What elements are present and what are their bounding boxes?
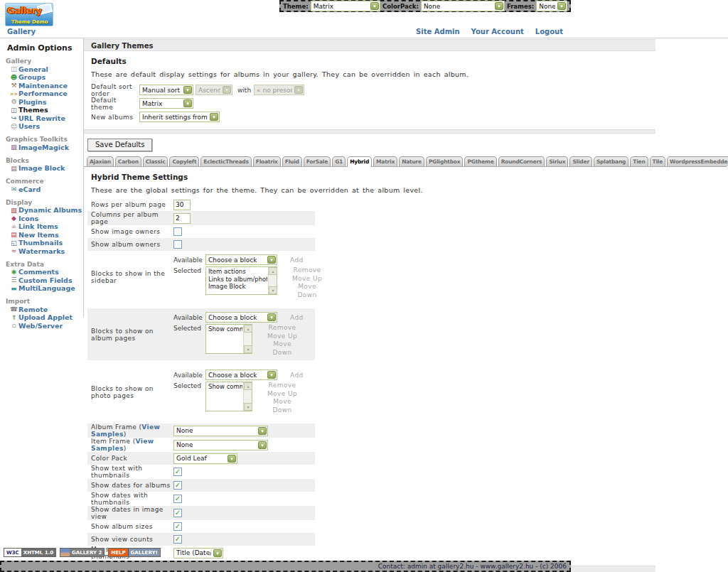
save-defaults-button[interactable]: Save Defaults xyxy=(87,139,152,151)
item-frame-select[interactable]: None ▾ xyxy=(173,440,268,450)
show-album-sizes-checkbox[interactable]: ✓ xyxy=(173,522,182,531)
cols-per-page-row: Columns per album page xyxy=(87,211,315,225)
tab-matrix[interactable]: Matrix xyxy=(373,156,397,166)
sidebar-item-icons[interactable]: ◆Icons xyxy=(0,215,83,223)
tab-wordpressembedded[interactable]: WordpressEmbedded xyxy=(667,156,728,166)
blocks-album-available-select[interactable]: Choose a block ▾ xyxy=(205,312,277,323)
tab-roundcorners[interactable]: RoundCorners xyxy=(498,156,545,166)
sidebar-item-comments[interactable]: ✱Comments xyxy=(0,269,83,277)
tab-splatbang[interactable]: Splatbang xyxy=(594,156,628,166)
tab-pgtheme[interactable]: PGtheme xyxy=(464,156,496,166)
list-option[interactable]: Show comments xyxy=(207,383,242,391)
cols-per-page-input[interactable] xyxy=(173,213,191,224)
sidebar-item-maintenance[interactable]: ⚒Maintenance xyxy=(0,82,83,90)
show-image-owners-checkbox[interactable] xyxy=(173,227,182,236)
show-dates-image-checkbox[interactable]: ✓ xyxy=(173,509,182,517)
show-album-owners-checkbox[interactable] xyxy=(173,240,182,249)
default-theme-select[interactable]: Matrix ▾ xyxy=(139,98,193,109)
sidebar-item-groups[interactable]: ☻Groups xyxy=(0,74,83,82)
sidebar-item-link-items[interactable]: ∞Link Items xyxy=(0,223,83,232)
sidebar-item-watermarks[interactable]: ≈Watermarks xyxy=(0,247,83,256)
blocks-album-label: Blocks to show on album pages xyxy=(87,328,173,342)
breadcrumb-gallery-link[interactable]: Gallery xyxy=(7,28,36,36)
album-frame-select[interactable]: None ▾ xyxy=(173,426,268,436)
remote-icon: ☎ xyxy=(9,306,18,313)
tab-ajaxian[interactable]: Ajaxian xyxy=(87,156,114,166)
header-link[interactable]: Site Admin xyxy=(416,28,460,36)
scroll-down-icon[interactable]: ▾ xyxy=(244,345,252,353)
blocks-album-selected-list[interactable]: Show comments ▴ ▾ xyxy=(205,324,252,354)
sidebar-item-multilanguage[interactable]: ▬MultiLanguage xyxy=(0,285,83,293)
tab-pglightbox[interactable]: PGlightbox xyxy=(426,156,463,166)
scroll-down-icon[interactable]: ▾ xyxy=(269,286,277,294)
header-link[interactable]: Your Account xyxy=(471,28,524,36)
sidebar-item-users[interactable]: ☺Users xyxy=(0,123,83,131)
theme-select[interactable]: Matrix ▾ xyxy=(311,1,380,11)
tab-carbon[interactable]: Carbon xyxy=(115,156,141,166)
show-dates-thumbs-checkbox[interactable]: ✓ xyxy=(173,495,182,503)
scrollbar[interactable]: ▴ ▾ xyxy=(243,382,252,411)
show-album-owners-row: Show album owners xyxy=(87,238,315,251)
sidebar-item-new-items[interactable]: ▤New Items xyxy=(0,231,83,239)
tab-hybrid[interactable]: Hybrid xyxy=(347,156,372,167)
sidebar-item-label: Users xyxy=(18,122,40,130)
color-pack-select[interactable]: Gold Leaf ▾ xyxy=(173,453,237,464)
sidebar-item-dynamic-albums[interactable]: ▧Dynamic Albums xyxy=(0,207,83,215)
scroll-up-icon[interactable]: ▴ xyxy=(244,382,252,390)
tab-slider[interactable]: Slider xyxy=(569,156,592,166)
scrollbar[interactable]: ▴ ▾ xyxy=(268,267,277,294)
blocks-sidebar-available-select[interactable]: Choose a block ▾ xyxy=(205,254,277,265)
list-option[interactable]: Show comments xyxy=(207,325,242,333)
sidebar-item-remote[interactable]: ☎Remote xyxy=(0,306,83,314)
show-view-counts-checkbox[interactable]: ✓ xyxy=(173,535,182,544)
tab-tile[interactable]: Tile xyxy=(650,156,666,166)
sidebar-item-ecard[interactable]: ✉eCard xyxy=(0,185,83,194)
header-link[interactable]: Logout xyxy=(535,28,563,36)
list-option[interactable]: Item actions xyxy=(207,268,267,276)
tab-nature[interactable]: Nature xyxy=(399,156,424,166)
scroll-down-icon[interactable]: ▾ xyxy=(244,403,252,411)
tab-forsale[interactable]: ForSale xyxy=(304,156,331,166)
blocks-sidebar-selected-list[interactable]: Item actionsLinks to album/photo peersIm… xyxy=(205,266,277,295)
mouseover-select[interactable]: Title (Date/Time) ▾ xyxy=(173,548,223,558)
show-dates-albums-row: Show dates for albums ✓ xyxy=(87,479,315,492)
show-dates-albums-checkbox[interactable]: ✓ xyxy=(173,481,182,490)
blocks-photo-selected-list[interactable]: Show comments ▴ ▾ xyxy=(205,382,252,411)
tab-fluid[interactable]: Fluid xyxy=(282,156,302,166)
list-option[interactable]: Image Block xyxy=(207,283,267,291)
w3c-xhtml-badge[interactable]: W3C XHTML 1.0 xyxy=(4,548,56,557)
tab-eclecticthreads[interactable]: EclecticThreads xyxy=(200,156,251,166)
sidebar-item-imagemagick[interactable]: ▨ImageMagick xyxy=(0,144,83,152)
sidebar-item-url-rewrite[interactable]: ↪URL Rewrite xyxy=(0,114,83,123)
sidebar-item-general[interactable]: ◫General xyxy=(0,65,83,74)
tab-g1[interactable]: G1 xyxy=(332,156,346,166)
list-option[interactable]: Links to album/photo peers xyxy=(207,276,267,284)
sidebar-item-upload-applet[interactable]: ⇑Upload Applet xyxy=(0,314,83,323)
tab-tien[interactable]: Tien xyxy=(630,156,648,166)
gallery-logo[interactable]: Gallery Theme Demo xyxy=(5,3,53,26)
rows-per-page-input[interactable] xyxy=(173,200,191,210)
tab-copyleft[interactable]: Copyleft xyxy=(169,156,199,166)
sidebar-item-web-server[interactable]: ▫Web/Server xyxy=(0,322,83,330)
tab-classic[interactable]: Classic xyxy=(143,156,168,166)
show-text-thumbs-checkbox[interactable]: ✓ xyxy=(173,468,182,476)
frames-select[interactable]: None ▾ xyxy=(536,1,567,11)
footer-contact-text: Contact: admin at gallery2.hu - www.gall… xyxy=(378,563,567,570)
sidebar-item-performance[interactable]: »»Performance xyxy=(0,90,83,99)
scroll-up-icon[interactable]: ▴ xyxy=(269,267,277,275)
tab-siriux[interactable]: Siriux xyxy=(546,156,568,166)
scrollbar[interactable]: ▴ ▾ xyxy=(243,325,252,353)
new-albums-select[interactable]: Inherit settings from parent album ▾ xyxy=(139,112,220,122)
sidebar-item-themes[interactable]: ◫Themes xyxy=(0,107,83,115)
sidebar-item-plugins[interactable]: ⚙Plugins xyxy=(0,98,83,107)
gallery2-badge[interactable]: GALLERY 2 xyxy=(60,548,105,557)
sidebar-item-custom-fields[interactable]: ☰Custom Fields xyxy=(0,276,83,285)
sort-order-select[interactable]: Manual sort order ▾ xyxy=(139,85,193,95)
tab-floatrix[interactable]: Floatrix xyxy=(253,156,281,166)
blocks-photo-available-select[interactable]: Choose a block ▾ xyxy=(205,369,277,380)
help-gallery-badge[interactable]: HELP GALLERY! xyxy=(108,548,160,557)
colorpack-select[interactable]: None ▾ xyxy=(421,1,505,11)
sidebar-item-thumbnails[interactable]: ◱Thumbnails xyxy=(0,239,83,248)
scroll-up-icon[interactable]: ▴ xyxy=(244,325,252,333)
sidebar-item-image-block[interactable]: ▤Image Block xyxy=(0,165,83,173)
